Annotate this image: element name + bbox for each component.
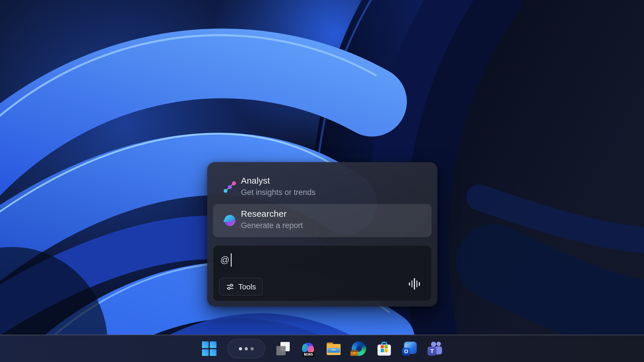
- agent-title: Researcher: [241, 209, 287, 219]
- microsoft-store-icon: [378, 342, 391, 356]
- desktop: Analyst Get insights or trends Rese: [0, 0, 644, 362]
- sliders-icon: [226, 282, 235, 291]
- outlook-letter: O: [402, 348, 410, 356]
- copilot-agent-flyout: Analyst Get insights or trends Rese: [207, 162, 437, 307]
- m365-badge: M365: [302, 352, 314, 357]
- edge-icon: [352, 341, 366, 356]
- loading-dot: [239, 347, 242, 350]
- edge-button[interactable]: [352, 341, 366, 356]
- microsoft-store-button[interactable]: [377, 341, 391, 356]
- file-explorer-icon: [326, 342, 341, 355]
- copilot-search-pill[interactable]: [227, 339, 265, 358]
- outlook-button[interactable]: O: [402, 341, 417, 356]
- loading-dot: [251, 347, 254, 350]
- teams-icon: T: [427, 342, 442, 356]
- input-text-line: @: [220, 253, 232, 267]
- tools-button[interactable]: Tools: [219, 278, 263, 295]
- taskbar: M365 O: [0, 335, 644, 362]
- briefcase-badge-icon: [350, 350, 358, 356]
- agent-item-researcher[interactable]: Researcher Generate a report: [213, 204, 432, 237]
- input-value: @: [220, 255, 229, 265]
- agent-title: Analyst: [241, 176, 270, 186]
- teams-letter: T: [427, 347, 437, 356]
- task-view-button[interactable]: [276, 341, 290, 356]
- agent-description: Generate a report: [241, 221, 303, 230]
- text-caret: [231, 253, 232, 267]
- windows-logo-icon: [202, 341, 217, 356]
- start-button[interactable]: [202, 341, 217, 356]
- task-view-icon: [276, 342, 290, 355]
- teams-button[interactable]: T: [427, 341, 442, 356]
- file-explorer-button[interactable]: [326, 341, 341, 356]
- agent-description: Get insights or trends: [241, 188, 316, 197]
- analyst-trend-dots-icon: [223, 180, 237, 194]
- researcher-planet-icon: [223, 214, 237, 227]
- agent-item-analyst[interactable]: Analyst Get insights or trends: [213, 171, 432, 204]
- copilot-prompt-input[interactable]: @ Tools: [213, 245, 432, 301]
- m365-copilot-button[interactable]: M365: [301, 341, 316, 356]
- loading-dot: [245, 347, 248, 350]
- outlook-icon: O: [402, 342, 417, 356]
- tools-label: Tools: [238, 282, 256, 291]
- voice-waveform-icon[interactable]: [408, 276, 421, 292]
